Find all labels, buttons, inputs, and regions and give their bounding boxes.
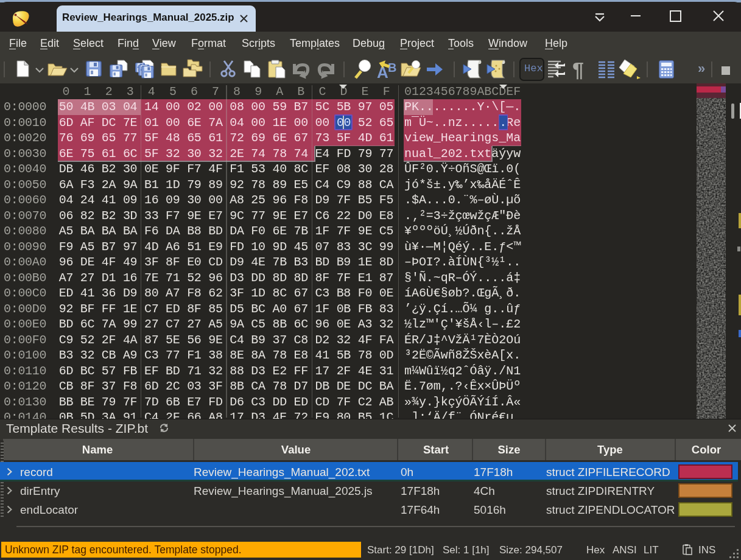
svg-text:B: B bbox=[388, 61, 396, 74]
